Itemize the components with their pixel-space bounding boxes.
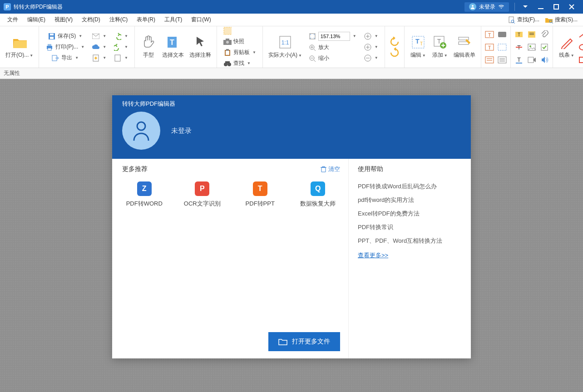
textbox-tool[interactable]: T	[484, 29, 495, 40]
audio-tool[interactable]	[539, 54, 550, 65]
minimize-button[interactable]	[533, 0, 548, 14]
open-more-files-button[interactable]: 打开更多文件	[268, 332, 340, 351]
find-button[interactable]: 查找(F)...	[505, 15, 542, 24]
recommendation-item[interactable]: Q数据恢复大师	[296, 181, 341, 208]
highlight-tool[interactable]: T	[514, 29, 524, 40]
menu-edit[interactable]: 编辑(E)	[23, 14, 50, 25]
help-pane: 使用帮助 PDF转换成Word后乱码怎么办pdf转word的实用方法Excel转…	[348, 159, 471, 358]
zoom-input[interactable]	[318, 32, 350, 41]
menu-document[interactable]: 文档(D)	[77, 14, 105, 25]
open-button[interactable]: 打开(O)...▼	[3, 33, 36, 61]
recommendation-item[interactable]: ZPDF转WORD	[122, 181, 167, 208]
help-more-link[interactable]: 查看更多>>	[358, 248, 388, 263]
help-link[interactable]: PDF转换常识	[358, 220, 462, 234]
line-tool[interactable]	[578, 29, 583, 40]
edit-form-icon	[457, 35, 472, 49]
svg-rect-73	[528, 57, 534, 63]
svg-text:T: T	[488, 32, 491, 38]
svg-line-34	[314, 49, 316, 51]
binoculars-icon	[223, 59, 232, 68]
menu-comment[interactable]: 注释(C)	[105, 14, 133, 25]
add-button[interactable]: T添加▼	[429, 33, 451, 61]
print-button[interactable]: 打印(P)...▼	[44, 42, 86, 52]
recommendation-item[interactable]: TPDF转PPT	[238, 181, 282, 208]
link-tool[interactable]	[497, 42, 508, 53]
snapshot-button[interactable]: 快照	[222, 37, 246, 47]
attachment-tool[interactable]	[539, 29, 550, 40]
menu-tools[interactable]: 工具(T)	[160, 14, 187, 25]
svg-rect-26	[226, 49, 229, 51]
svg-line-36	[314, 60, 316, 62]
help-link[interactable]: PDF转换成Word后乱码怎么办	[358, 180, 462, 193]
marquee-button[interactable]	[222, 26, 233, 36]
menu-form[interactable]: 表单(R)	[132, 14, 160, 25]
clipboard-button[interactable]: 剪贴板▼	[222, 48, 258, 58]
button-tool[interactable]	[497, 29, 508, 40]
zoom-plus-button-2[interactable]: ▼	[362, 42, 380, 52]
ellipse-icon	[578, 43, 583, 51]
textbox-icon: T	[485, 30, 494, 39]
separator	[514, 3, 515, 11]
texthighlight-tool[interactable]	[484, 54, 495, 65]
texthighlight-icon	[485, 56, 494, 64]
zoom-in-button[interactable]: 放大	[306, 43, 331, 53]
recommendation-item[interactable]: POCR文字识别	[180, 181, 225, 208]
svg-rect-70	[541, 44, 548, 50]
avatar-icon[interactable]	[122, 112, 160, 150]
ellipse-tool[interactable]	[578, 42, 583, 53]
video-tool[interactable]	[526, 54, 537, 65]
list-tool[interactable]	[497, 54, 508, 65]
note-tool[interactable]	[526, 29, 537, 40]
menu-view[interactable]: 视图(V)	[50, 14, 77, 25]
checkbox-tool[interactable]	[539, 42, 550, 53]
svg-rect-29	[225, 61, 230, 64]
find-tool-button[interactable]: 查找▼	[222, 59, 252, 69]
rotate-cw-button[interactable]	[390, 48, 400, 58]
login-badge[interactable]: 未登录	[464, 2, 509, 12]
blank-button[interactable]: ▼	[112, 53, 130, 63]
redo-button[interactable]: ▼	[112, 42, 130, 52]
image-tool[interactable]	[526, 42, 537, 53]
zoom-out-button[interactable]: 缩小	[306, 54, 331, 64]
audio-icon	[540, 56, 548, 64]
app-tile-icon: P	[195, 181, 209, 196]
fit-page-button[interactable]: ▼	[306, 31, 358, 42]
dropdown-button[interactable]	[518, 0, 533, 14]
rect-tool[interactable]	[578, 54, 583, 65]
rotate-ccw-button[interactable]	[390, 37, 400, 47]
svg-text:T: T	[415, 38, 420, 45]
undo-button[interactable]: ▼	[112, 31, 130, 41]
menu-window[interactable]: 窗口(W)	[187, 14, 215, 25]
menu-file[interactable]: 文件	[3, 14, 23, 25]
help-link[interactable]: pdf转word的实用方法	[358, 193, 462, 207]
actual-size-button[interactable]: 1:1实际大小(A)▼	[266, 33, 305, 61]
select-annotation-tool[interactable]: 选择注释	[187, 33, 214, 61]
cloud-icon	[92, 43, 100, 51]
hand-tool[interactable]: 手型	[138, 33, 159, 61]
edit-form-button[interactable]: 编辑表单	[451, 33, 478, 61]
login-status[interactable]: 未登录	[171, 127, 192, 135]
edit-button[interactable]: TT编辑▼	[407, 33, 429, 61]
clear-button[interactable]: 清空	[321, 165, 340, 173]
help-link[interactable]: PPT、PDF、Word互相转换方法	[358, 234, 462, 248]
save-button[interactable]: 保存(S)▼	[46, 31, 84, 41]
workspace: 转转大师PDF编辑器 未登录 更多推荐 清空 ZPDF转WORDPOCR文字识别…	[0, 79, 583, 392]
zoom-minus-button[interactable]: ▼	[362, 53, 380, 63]
strikeout-tool[interactable]: T	[514, 42, 524, 53]
cloud-button[interactable]: ▼	[90, 42, 108, 52]
help-link[interactable]: Excel转PDF的免费方法	[358, 207, 462, 220]
export-button[interactable]: 导出▼	[49, 53, 80, 63]
app-tile-icon: T	[253, 181, 267, 196]
new-button[interactable]: ▼	[90, 53, 108, 63]
underline-tool[interactable]: T	[514, 54, 524, 65]
select-text-tool[interactable]: T选择文本	[159, 33, 187, 61]
undo-icon	[114, 32, 122, 40]
maximize-button[interactable]	[548, 0, 564, 14]
svg-rect-77	[579, 57, 583, 63]
close-button[interactable]	[564, 0, 579, 14]
textfield-tool[interactable]: T	[484, 42, 495, 53]
zoom-plus-button[interactable]: ▼	[362, 31, 380, 41]
lines-button[interactable]: 线条▼	[556, 33, 578, 61]
search-button[interactable]: 搜索(S)...	[542, 15, 580, 24]
mail-button[interactable]: ▼	[90, 31, 108, 41]
